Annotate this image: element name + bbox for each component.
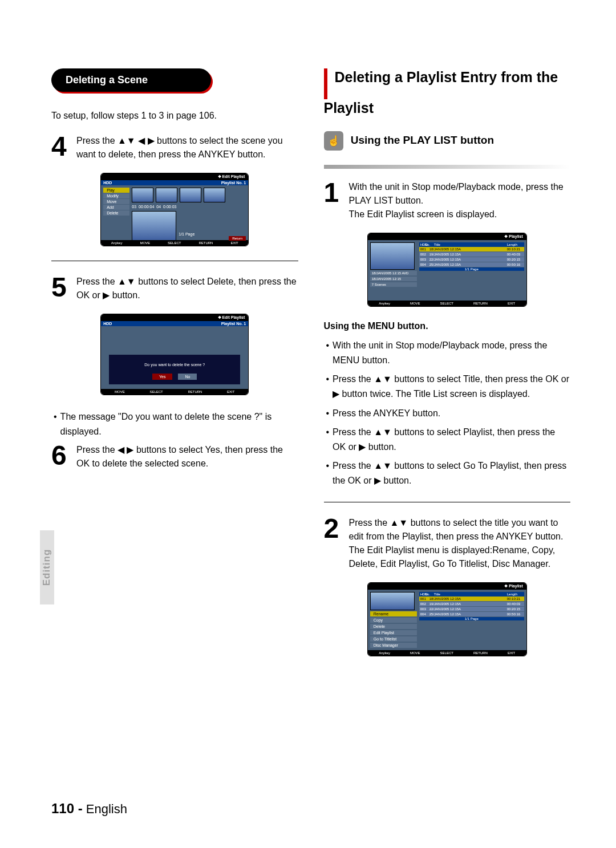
ss-menu-item[interactable]: Move: [103, 199, 129, 204]
meta-row: 18/JAN/2005 12:15 AVD: [370, 271, 417, 275]
timecode: 0:00:03: [163, 205, 176, 209]
ss-menu-item[interactable]: Delete: [370, 624, 417, 629]
confirm-prompt: Do you want to delete the scene ?: [114, 363, 236, 367]
yes-button[interactable]: Yes: [152, 374, 172, 380]
scene-thumbnail[interactable]: [180, 188, 201, 202]
ss-title: Edit Playlist: [101, 314, 248, 321]
playlist-row[interactable]: 00118/JAN/2005 12:15A00:10:21: [419, 597, 524, 602]
step-5: 5 Press the ▲▼ buttons to select Delete,…: [51, 275, 298, 302]
playlist-row[interactable]: 00322/JAN/2005 12:15A00:20:15: [419, 607, 524, 612]
return-hint: RETURN: [188, 390, 202, 393]
return-button[interactable]: Return: [229, 236, 246, 241]
select-hint: SELECT: [440, 302, 453, 305]
select-hint: SELECT: [149, 390, 163, 393]
step-6: 6 Press the ◀ ▶ buttons to select Yes, t…: [51, 443, 298, 470]
subsection-title-text: Using the PLAY LIST button: [351, 134, 494, 146]
col-no: No.: [424, 592, 433, 597]
anykey-hint: Anykey: [379, 651, 390, 655]
playlist-table: HDDNo.TitleLength 00118/JAN/2005 12:15A0…: [419, 592, 524, 648]
ss-menu-item[interactable]: Play: [103, 188, 129, 193]
ss-hdd-label: HDD: [103, 322, 112, 326]
section-heading: Deleting a Playlist Entry from the Playl…: [324, 68, 571, 117]
ss-title: Playlist: [368, 233, 526, 240]
step-number: 2: [324, 516, 342, 571]
col-length: Length: [506, 242, 524, 247]
move-hint: MOVE: [410, 651, 420, 655]
bullet-item: Press the ▲▼ buttons to select Go To Pla…: [333, 459, 570, 488]
page-indicator: 1/1 Page: [419, 617, 524, 620]
ss-footer-bar: Anykey MOVE SELECT RETURN EXIT: [101, 240, 248, 246]
ss-footer-bar: MOVE SELECT RETURN EXIT: [101, 389, 248, 395]
confirm-dialog: Do you want to delete the scene ? Yes No: [109, 355, 240, 384]
playlist-row[interactable]: 00219/JAN/2005 12:15A00:40:03: [419, 252, 524, 257]
ss-menu-item[interactable]: Go to Titlelist: [370, 636, 417, 642]
intro-text: To setup, follow steps 1 to 3 in page 10…: [51, 109, 298, 123]
playlist-row[interactable]: 00219/JAN/2005 12:15A00:40:03: [419, 602, 524, 607]
playlist-table: HDDNo.TitleLength 00118/JAN/2005 12:15A0…: [419, 242, 524, 298]
ss-playlist-no: Playlist No. 1: [221, 181, 246, 185]
note-text: The message "Do you want to delete the s…: [60, 409, 298, 439]
ss-menu-item[interactable]: Add: [103, 205, 129, 210]
delete-confirm-screenshot: Edit Playlist HDD Playlist No. 1 Do you …: [100, 314, 249, 395]
ss-footer-bar: Anykey MOVE SELECT RETURN EXIT: [368, 650, 526, 656]
scene-thumbnail[interactable]: [132, 188, 153, 202]
ss-title: Edit Playlist: [101, 173, 248, 180]
step-text: Press the ▲▼ buttons to select the title…: [349, 516, 571, 571]
menu-bullet-list: With the unit in Stop mode/Playback mode…: [324, 338, 571, 488]
step-number: 4: [51, 134, 70, 161]
anykey-hint: Anykey: [379, 302, 390, 305]
scene-thumbnail-large[interactable]: [132, 211, 176, 241]
left-column: Deleting a Scene To setup, follow steps …: [51, 68, 298, 671]
bullet-item: Press the ▲▼ buttons to select Playlist,…: [333, 425, 570, 454]
page-language: English: [86, 802, 127, 816]
step-number: 5: [51, 275, 70, 302]
section-tab-label: Editing: [42, 549, 53, 586]
bullet-item: Press the ANYKEY button.: [333, 406, 440, 421]
ss-menu-item[interactable]: Disc Manager: [370, 643, 417, 648]
preview-thumbnail: [370, 242, 415, 270]
move-hint: MOVE: [140, 241, 150, 245]
col-title: Title: [433, 592, 506, 597]
meta-row: 7 Scenes: [370, 282, 417, 287]
edit-playlist-screenshot: Edit Playlist HDD Playlist No. 1 Play Mo…: [100, 173, 249, 246]
col-title: Title: [433, 242, 506, 247]
exit-hint: EXIT: [227, 390, 234, 393]
ss-context-menu: Play Modify Move Add Delete: [103, 188, 129, 238]
ss-playlist-no: Playlist No. 1: [221, 322, 246, 326]
ss-menu-item[interactable]: Rename: [370, 611, 417, 616]
meta-row: 18/JAN/2005 12:15: [370, 277, 417, 281]
playlist-menu-screenshot: Playlist Rename Copy Delete Edit Playlis…: [367, 582, 527, 656]
playlist-row[interactable]: 00322/JAN/2005 12:15A00:20:15: [419, 257, 524, 262]
select-hint: SELECT: [440, 651, 453, 655]
scene-thumbnail[interactable]: [204, 188, 225, 202]
exit-hint: EXIT: [508, 651, 515, 655]
ss-menu-item[interactable]: Delete: [103, 210, 129, 216]
timecode: 04: [156, 205, 161, 209]
step-number: 6: [51, 443, 70, 470]
right-column: Deleting a Playlist Entry from the Playl…: [324, 68, 571, 671]
move-hint: MOVE: [115, 390, 125, 393]
ss-hdd-label: HDD: [103, 181, 112, 185]
scene-thumbnail[interactable]: [156, 188, 177, 202]
return-hint: RETURN: [198, 241, 213, 245]
hdd-label: HDD: [419, 242, 424, 247]
ss-menu-item[interactable]: Copy: [370, 618, 417, 623]
page-indicator: 1/1 Page: [179, 232, 246, 236]
playlist-screenshot: Playlist 18/JAN/2005 12:15 AVD 18/JAN/20…: [367, 233, 527, 307]
timecode: 00:00:04: [139, 205, 154, 209]
ss-menu-item[interactable]: Edit Playlist: [370, 630, 417, 635]
step-4: 4 Press the ▲▼ ◀ ▶ buttons to select the…: [51, 134, 298, 161]
return-hint: RETURN: [473, 651, 488, 655]
heading-bar-icon: [324, 68, 327, 99]
playlist-row[interactable]: 00118/JAN/2005 12:15A00:10:21: [419, 247, 524, 252]
section-heading-text: Deleting a Playlist Entry from the Playl…: [324, 69, 558, 116]
step-number: 1: [324, 180, 342, 221]
col-length: Length: [506, 592, 524, 597]
no-button[interactable]: No: [178, 374, 197, 380]
ss-menu-item[interactable]: Modify: [103, 193, 129, 198]
select-hint: SELECT: [168, 241, 181, 245]
playlist-row[interactable]: 00425/JAN/2005 12:15A00:50:16: [419, 262, 524, 267]
page-indicator: 1/1 Page: [419, 267, 524, 271]
divider: [324, 165, 571, 169]
playlist-row[interactable]: 00425/JAN/2005 12:15A00:50:16: [419, 612, 524, 617]
